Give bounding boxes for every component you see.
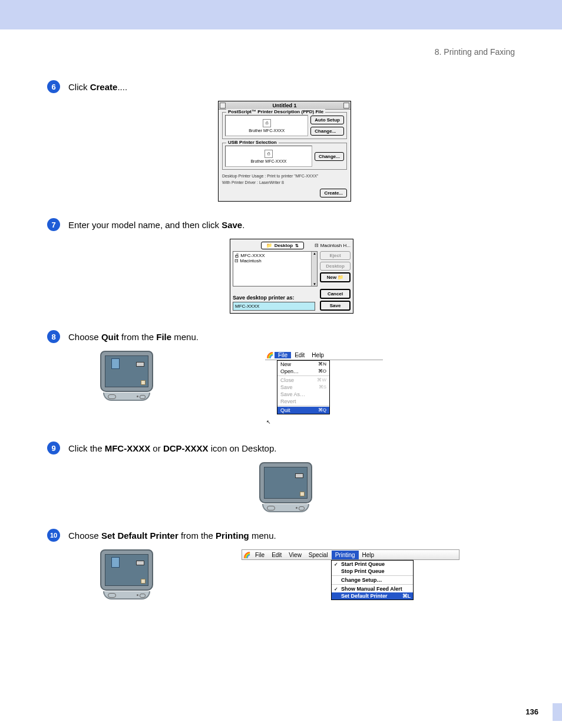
step-bullet: 9 — [47, 442, 60, 454]
list-item[interactable]: ⊟ Macintosh — [234, 258, 316, 263]
step-bullet: 7 — [47, 218, 60, 231]
window-icon — [136, 561, 144, 565]
cursor-icon: ↖ — [266, 419, 271, 425]
printer-setup-dialog: Untitled 1 PostScript™ Printer Descripti… — [218, 101, 351, 202]
scrollbar[interactable] — [311, 252, 317, 286]
imac-illustration — [259, 462, 312, 512]
ppd-fieldset: PostScript™ Printer Description (PPD) Fi… — [222, 112, 347, 139]
step-text: Click the MFC-XXXX or DCP-XXXX icon on D… — [68, 442, 276, 455]
step-bullet: 6 — [47, 80, 60, 93]
save-as-label: Save desktop printer as: — [233, 295, 316, 301]
menubar: 🌈 File Edit Help — [265, 351, 383, 360]
location-popup[interactable]: 📁Desktop — [261, 242, 305, 249]
menu-file[interactable]: File — [252, 552, 268, 558]
file-dropdown: New⌘N Open…⌘O Close⌘W Save⌘S Save As… Re… — [277, 360, 330, 414]
step-text: Enter your model name, and then click Sa… — [68, 218, 244, 232]
apple-menu-icon[interactable]: 🌈 — [265, 352, 275, 358]
top-banner — [0, 0, 562, 29]
menubar: 🌈 File Edit View Special Printing Help — [242, 549, 459, 560]
menu-printing[interactable]: Printing — [332, 551, 359, 559]
menuitem-set-default[interactable]: Set Default Printer⌘L — [332, 592, 413, 599]
ppd-preview: ⎙ Brother MFC-XXXX — [225, 115, 308, 136]
create-button[interactable]: Create... — [320, 189, 347, 197]
printer-desktop-icon — [111, 358, 120, 369]
new-folder-button[interactable]: New 📁 — [320, 272, 351, 282]
menu-special[interactable]: Special — [305, 552, 332, 558]
menu-edit[interactable]: Edit — [268, 552, 285, 558]
menuitem-start-queue[interactable]: ✓Start Print Queue — [332, 561, 413, 568]
printing-dropdown: ✓Start Print Queue Stop Print Queue Chan… — [331, 560, 414, 600]
step-10: 10 Choose Set Default Printer from the P… — [47, 529, 515, 542]
printer-icon: ⎙ — [265, 150, 273, 158]
menuitem-new[interactable]: New⌘N — [277, 361, 329, 368]
file-list[interactable]: 🖨 MFC-XXXX ⊟ Macintosh — [233, 251, 318, 286]
printer-icon: ⎙ — [263, 119, 271, 127]
step-bullet: 8 — [47, 330, 60, 343]
dialog-titlebar: Untitled 1 — [219, 101, 351, 110]
apple-menu-icon[interactable]: 🌈 — [242, 552, 252, 558]
usb-preview: ⎙ Brother MFC-XXXX — [225, 146, 312, 167]
menuitem-save: Save⌘S — [277, 384, 329, 391]
page-number: 136 — [525, 707, 538, 716]
page-tab — [553, 703, 562, 721]
menuitem-quit[interactable]: Quit⌘Q — [277, 407, 329, 414]
close-icon[interactable] — [220, 103, 226, 108]
drive-icon — [141, 579, 146, 584]
menu-view[interactable]: View — [285, 552, 305, 558]
driver-line: With Printer Driver : LaserWriter 8 — [222, 180, 347, 185]
imac-illustration — [100, 351, 153, 425]
zoom-icon[interactable] — [343, 103, 349, 108]
menuitem-close: Close⌘W — [277, 377, 329, 384]
drive-icon — [300, 492, 305, 496]
disk-icon: ⊟ — [315, 243, 319, 248]
step-9: 9 Click the MFC-XXXX or DCP-XXXX icon on… — [47, 442, 515, 455]
save-filename-input[interactable]: MFC-XXXX — [233, 302, 315, 311]
cancel-button[interactable]: Cancel — [320, 289, 351, 299]
eject-button[interactable]: Eject — [320, 251, 351, 260]
step-7: 7 Enter your model name, and then click … — [47, 218, 515, 232]
menuitem-stop-queue[interactable]: Stop Print Queue — [332, 568, 413, 575]
auto-setup-button[interactable]: Auto Setup — [310, 116, 344, 124]
step-8: 8 Choose Quit from the File menu. — [47, 330, 515, 344]
step-6: 6 Click Create.... — [47, 80, 515, 94]
window-icon — [136, 362, 144, 367]
breadcrumb: 8. Printing and Faxing — [47, 47, 515, 57]
printing-menu-figure: 🌈 File Edit View Special Printing Help ✓… — [242, 549, 459, 600]
step-bullet: 10 — [47, 529, 60, 542]
imac-illustration — [100, 549, 153, 600]
menu-help[interactable]: Help — [308, 352, 328, 358]
save-button[interactable]: Save — [320, 301, 351, 311]
desktop-button[interactable]: Desktop — [320, 262, 351, 271]
menu-help[interactable]: Help — [359, 552, 378, 558]
step-text: Click Create.... — [68, 80, 127, 94]
printer-desktop-icon — [111, 557, 120, 568]
step-text: Choose Set Default Printer from the Prin… — [68, 529, 276, 542]
menuitem-revert: Revert — [277, 398, 329, 405]
list-item[interactable]: 🖨 MFC-XXXX — [234, 253, 316, 258]
usage-line: Desktop Printer Usage : Print to printer… — [222, 173, 347, 179]
usb-fieldset: USB Printer Selection ⎙ Brother MFC-XXXX… — [222, 143, 347, 170]
menuitem-saveas: Save As… — [277, 391, 329, 398]
menuitem-change-setup[interactable]: Change Setup… — [332, 577, 413, 584]
window-icon — [295, 473, 303, 478]
change-ppd-button[interactable]: Change... — [310, 127, 344, 136]
menuitem-open[interactable]: Open…⌘O — [277, 368, 329, 375]
change-usb-button[interactable]: Change... — [315, 152, 344, 161]
save-dialog: 📁Desktop ⊟Macintosh H... 🖨 MFC-XXXX ⊟ Ma… — [230, 239, 353, 314]
drive-icon — [141, 380, 146, 385]
disk-label: ⊟Macintosh H... — [315, 243, 351, 248]
step-text: Choose Quit from the File menu. — [68, 330, 199, 344]
menuitem-manual-feed[interactable]: ✓Show Manual Feed Alert — [332, 585, 413, 592]
file-menu-figure: 🌈 File Edit Help New⌘N Open…⌘O Close⌘W S… — [265, 351, 383, 425]
menu-edit[interactable]: Edit — [291, 352, 308, 358]
menu-file[interactable]: File — [275, 352, 291, 358]
folder-icon: 📁 — [338, 275, 343, 280]
